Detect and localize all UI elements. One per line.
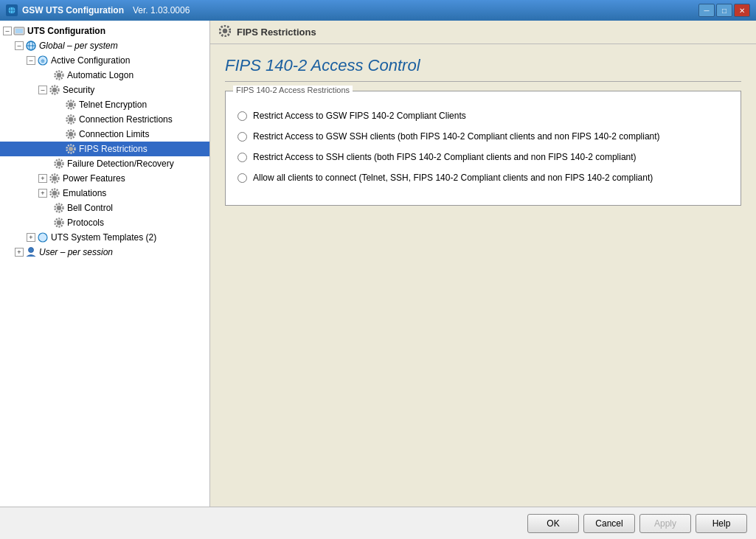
fips-gear-icon (65, 143, 77, 155)
fips-restrictions-group: FIPS 140-2 Access Restrictions Restrict … (225, 91, 741, 206)
bottom-bar: OK Cancel Apply Help (0, 507, 756, 539)
svg-point-14 (69, 102, 73, 107)
active-config-expand-icon[interactable]: – (27, 56, 35, 65)
power-features-expand-icon[interactable]: + (38, 174, 47, 183)
svg-point-30 (57, 220, 61, 225)
main-container: – UTS Configuration – (0, 21, 756, 539)
close-button[interactable]: ✕ (734, 4, 750, 17)
right-panel: FIPS Restrictions FIPS 140-2 Access Cont… (210, 21, 756, 507)
radio-input-1[interactable] (237, 111, 247, 121)
group-box-legend: FIPS 140-2 Access Restrictions (233, 86, 353, 94)
conn-limits-label: Connection Limits (79, 129, 149, 139)
tree-root[interactable]: – UTS Configuration (0, 24, 209, 38)
emulations-expand-icon[interactable]: + (38, 189, 47, 198)
tree-item-active-config[interactable]: – ⊕ Active Configuration (0, 53, 209, 68)
conn-restrict-gear-icon (65, 114, 77, 125)
svg-point-24 (52, 176, 57, 181)
tree-item-global[interactable]: – Global – per system (0, 38, 209, 53)
bell-control-gear-icon (53, 202, 65, 214)
svg-point-20 (69, 147, 73, 151)
power-features-label: Power Features (63, 173, 125, 184)
tree-item-conn-limits[interactable]: Connection Limits (0, 127, 209, 142)
tree-item-protocols[interactable]: Protocols (0, 215, 209, 230)
radio-input-3[interactable] (237, 153, 247, 162)
protocols-label: Protocols (67, 218, 104, 228)
tree-root-label: UTS Configuration (27, 26, 105, 36)
title-bar-left: GSW UTS Configuration Ver. 1.03.0006 (6, 4, 190, 16)
tree-item-user-session[interactable]: + User – per session (0, 245, 209, 260)
panel-content: FIPS 140-2 Access Control FIPS 140-2 Acc… (210, 44, 756, 507)
power-features-gear-icon (49, 173, 60, 184)
tree-item-failure-detect[interactable]: Failure Detection/Recovery (0, 156, 209, 171)
conn-limits-gear-icon (65, 128, 77, 140)
tree-item-auto-logon[interactable]: Automatic Logon (0, 68, 209, 83)
tree-item-security[interactable]: – Security (0, 83, 209, 97)
restore-button[interactable]: □ (716, 4, 732, 17)
protocols-gear-icon (53, 217, 65, 229)
radio-input-4[interactable] (237, 173, 247, 183)
radio-option-4[interactable]: Allow all clients to connect (Telnet, SS… (237, 173, 729, 183)
root-expand-icon[interactable]: – (3, 27, 12, 35)
apply-button[interactable]: Apply (639, 514, 691, 533)
uts-templates-expand-icon[interactable]: + (27, 233, 35, 242)
failure-detect-label: Failure Detection/Recovery (67, 159, 174, 169)
tree-item-telnet-enc[interactable]: Telnet Encryption (0, 97, 209, 112)
tree-item-uts-templates[interactable]: + UTS System Templates (2) (0, 230, 209, 245)
uts-templates-icon (37, 232, 49, 243)
help-button[interactable]: Help (696, 514, 747, 533)
bell-control-label: Bell Control (67, 203, 113, 213)
svg-point-16 (69, 117, 73, 122)
minimize-button[interactable]: ─ (698, 4, 715, 17)
title-bar: GSW UTS Configuration Ver. 1.03.0006 ─ □… (0, 0, 756, 21)
active-config-label: Active Configuration (51, 55, 130, 66)
conn-restrict-label: Connection Restrictions (79, 114, 173, 125)
radio-option-2[interactable]: Restrict Access to GSW SSH clients (both… (237, 131, 729, 142)
failure-detect-gear-icon (53, 158, 65, 170)
panel-header-title: FIPS Restrictions (237, 27, 316, 38)
svg-rect-4 (15, 29, 23, 33)
tree-item-power-features[interactable]: + Power Features (0, 171, 209, 186)
page-title: FIPS 140-2 Access Control (225, 56, 741, 82)
security-gear-icon (49, 84, 60, 96)
ok-button[interactable]: OK (527, 514, 579, 533)
global-label: Global – per system (39, 41, 118, 51)
svg-point-26 (52, 191, 57, 195)
security-label: Security (63, 85, 94, 95)
active-config-icon: ⊕ (37, 55, 49, 66)
left-panel: – UTS Configuration – (0, 21, 210, 507)
auto-logon-gear-icon (53, 69, 65, 81)
emulations-label: Emulations (63, 188, 106, 198)
tree-item-emulations[interactable]: + Emulations (0, 186, 209, 201)
panel-header: FIPS Restrictions (210, 21, 756, 44)
app-icon (6, 4, 18, 16)
telnet-enc-gear-icon (65, 99, 77, 111)
cancel-button[interactable]: Cancel (583, 514, 635, 533)
svg-point-18 (69, 132, 73, 136)
title-text: GSW UTS Configuration (22, 5, 124, 15)
tree-item-fips[interactable]: FIPS Restrictions (0, 142, 209, 156)
radio-label-2: Restrict Access to GSW SSH clients (both… (253, 131, 660, 142)
security-expand-icon[interactable]: – (38, 86, 47, 94)
svg-point-32 (38, 233, 47, 242)
radio-input-2[interactable] (237, 132, 247, 142)
radio-label-3: Restrict Access to SSH clients (both FIP… (253, 152, 637, 162)
user-session-expand-icon[interactable]: + (15, 248, 24, 257)
globe-icon (25, 40, 37, 52)
fips-label: FIPS Restrictions (79, 144, 148, 154)
telnet-enc-label: Telnet Encryption (79, 100, 147, 110)
radio-option-3[interactable]: Restrict Access to SSH clients (both FIP… (237, 152, 729, 162)
uts-templates-label: UTS System Templates (2) (51, 232, 156, 243)
svg-point-34 (223, 29, 227, 33)
radio-option-1[interactable]: Restrict Access to GSW FIPS 140-2 Compli… (237, 111, 729, 121)
content-area: – UTS Configuration – (0, 21, 756, 507)
svg-point-12 (52, 88, 57, 92)
emulations-gear-icon (49, 187, 60, 199)
auto-logon-label: Automatic Logon (67, 70, 133, 80)
tree-item-bell-control[interactable]: Bell Control (0, 201, 209, 215)
user-session-icon (25, 246, 37, 258)
radio-label-4: Allow all clients to connect (Telnet, SS… (253, 173, 653, 183)
svg-point-22 (57, 161, 61, 166)
tree-item-conn-restrict[interactable]: Connection Restrictions (0, 112, 209, 127)
window-controls: ─ □ ✕ (698, 4, 750, 17)
global-expand-icon[interactable]: – (15, 41, 24, 50)
